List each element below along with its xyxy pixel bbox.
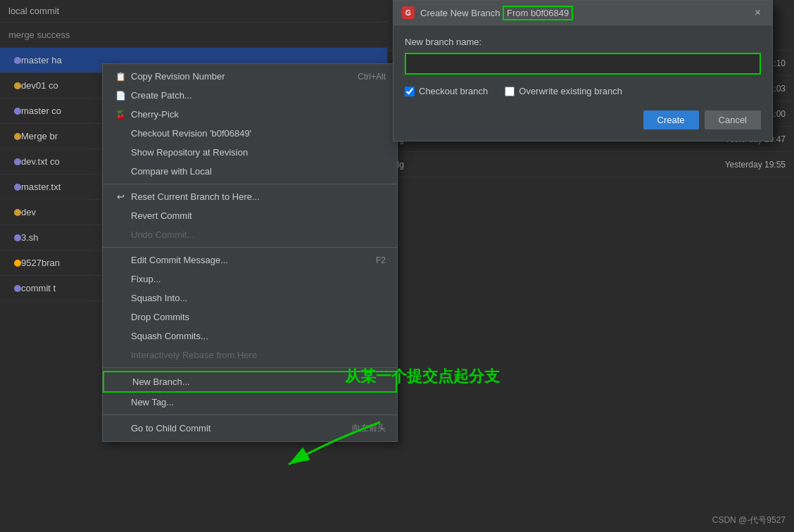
right-row-5: llg Yesterday 19:55 <box>387 152 794 177</box>
commit-label: 3.sh <box>21 232 39 243</box>
commit-dot <box>14 184 21 191</box>
commit-label: dev01 co <box>21 80 58 91</box>
date-5: Yesterday 19:55 <box>725 160 786 170</box>
dialog-titlebar: G Create New Branch From b0f06849 × <box>393 1 772 25</box>
reset-icon: ↩ <box>114 191 127 202</box>
menu-item-label: Undo Commit... <box>131 229 194 240</box>
menu-item-label: New Tag... <box>131 397 174 407</box>
checkout-branch-checkbox-label[interactable]: Checkout branch <box>405 86 488 96</box>
menu-compare-local[interactable]: Compare with Local <box>103 162 397 181</box>
menu-item-label: Compare with Local <box>131 166 212 177</box>
commit-label: master.txt <box>21 182 61 192</box>
commit-dot <box>14 108 21 115</box>
menu-reset-branch[interactable]: ↩ Reset Current Branch to Here... <box>103 187 397 206</box>
commit-label: master co <box>21 106 61 116</box>
menu-squash-into[interactable]: Squash Into... <box>103 289 397 308</box>
overwrite-branch-checkbox[interactable] <box>505 87 515 96</box>
commit-dot <box>14 234 21 241</box>
commit-dot <box>14 158 21 165</box>
menu-item-label: New Branch... <box>132 376 190 387</box>
cherry-icon: 🍒 <box>114 110 127 120</box>
menu-item-label: Checkout Revision 'b0f06849' <box>131 128 251 139</box>
menu-item-label: Fixup... <box>131 274 161 284</box>
menu-item-label: Reset Current Branch to Here... <box>131 191 260 202</box>
menu-create-patch[interactable]: 📄 Create Patch... <box>103 86 397 105</box>
menu-item-label: Drop Commits <box>131 312 189 322</box>
commit-label: commit t <box>21 283 56 293</box>
overwrite-branch-label: Overwrite existing branch <box>519 86 622 96</box>
menu-show-repository[interactable]: Show Repository at Revision <box>103 143 397 162</box>
branch-name-input-wrapper <box>405 53 761 75</box>
separator-2 <box>103 247 397 248</box>
branch-name-input[interactable] <box>406 54 760 73</box>
commit-dot <box>14 260 21 267</box>
checkout-branch-label: Checkout branch <box>419 86 488 96</box>
menu-item-label: Interactively Rebase from Here <box>131 350 257 360</box>
menu-item-label: Squash Into... <box>131 293 187 303</box>
dialog-checkboxes: Checkout branch Overwrite existing branc… <box>405 86 761 96</box>
commit-dot <box>14 133 21 140</box>
menu-copy-revision[interactable]: 📋 Copy Revision Number Ctrl+Alt <box>103 67 397 86</box>
annotation-text: 从某一个提交点起分支 <box>345 366 500 387</box>
merge-success-label: merge success <box>8 30 70 40</box>
menu-item-label: Go to Child Commit <box>131 423 210 433</box>
menu-item-label: Edit Commit Message... <box>131 255 228 265</box>
commit-list-header: local commit <box>0 0 387 23</box>
menu-item-label: Create Patch... <box>131 90 192 101</box>
menu-item-label: Cherry-Pick <box>131 109 179 120</box>
menu-fixup[interactable]: Fixup... <box>103 270 397 289</box>
checkout-branch-checkbox[interactable] <box>405 87 415 96</box>
menu-item-label: Copy Revision Number <box>131 71 225 82</box>
menu-revert-commit[interactable]: Revert Commit <box>103 206 397 225</box>
create-button[interactable]: Create <box>643 110 699 129</box>
commit-label: dev <box>21 207 36 217</box>
commit-label: 9527bran <box>21 258 60 268</box>
new-branch-label: New branch name: <box>405 37 761 47</box>
dialog-body: New branch name: Checkout branch Overwri… <box>393 25 772 141</box>
menu-cherry-pick[interactable]: 🍒 Cherry-Pick <box>103 105 397 124</box>
app-icon: G <box>402 6 415 19</box>
menu-item-label: Squash Commits... <box>131 331 208 341</box>
commit-dot <box>14 209 21 216</box>
cancel-button[interactable]: Cancel <box>705 110 761 129</box>
menu-undo-commit: Undo Commit... <box>103 225 397 244</box>
menu-checkout-revision[interactable]: Checkout Revision 'b0f06849' <box>103 124 397 143</box>
main-area: local commit merge success master ha dev… <box>0 0 794 532</box>
overwrite-branch-checkbox-label[interactable]: Overwrite existing branch <box>505 86 622 96</box>
patch-icon: 📄 <box>114 91 127 101</box>
menu-drop-commits[interactable]: Drop Commits <box>103 308 397 327</box>
watermark: CSDN @-代号9527 <box>712 514 786 526</box>
list-item-merge-success[interactable]: merge success <box>0 23 387 48</box>
dialog-close-button[interactable]: × <box>752 6 764 19</box>
dialog-buttons: Create Cancel <box>405 110 761 129</box>
menu-interactively-rebase: Interactively Rebase from Here <box>103 346 397 365</box>
menu-new-tag[interactable]: New Tag... <box>103 393 397 412</box>
menu-squash-commits[interactable]: Squash Commits... <box>103 327 397 346</box>
separator-1 <box>103 184 397 184</box>
annotation-arrow <box>267 415 408 486</box>
commit-list-title: local commit <box>8 6 59 16</box>
menu-item-label: Show Repository at Revision <box>131 147 248 158</box>
menu-edit-commit-message[interactable]: Edit Commit Message... F2 <box>103 251 397 270</box>
menu-item-shortcut: F2 <box>376 255 386 265</box>
commit-dot <box>14 57 21 64</box>
commit-label: master ha <box>21 55 62 65</box>
commit-label: dev.txt co <box>21 156 60 167</box>
menu-item-shortcut: Ctrl+Alt <box>358 72 386 82</box>
copy-icon: 📋 <box>114 72 127 82</box>
commit-label: Merge br <box>21 131 58 141</box>
dialog-title: Create New Branch From b0f06849 <box>420 8 746 18</box>
create-branch-dialog: G Create New Branch From b0f06849 × New … <box>393 0 773 141</box>
commit-dot <box>14 285 21 292</box>
menu-item-label: Revert Commit <box>131 210 192 221</box>
commit-dot <box>14 82 21 89</box>
